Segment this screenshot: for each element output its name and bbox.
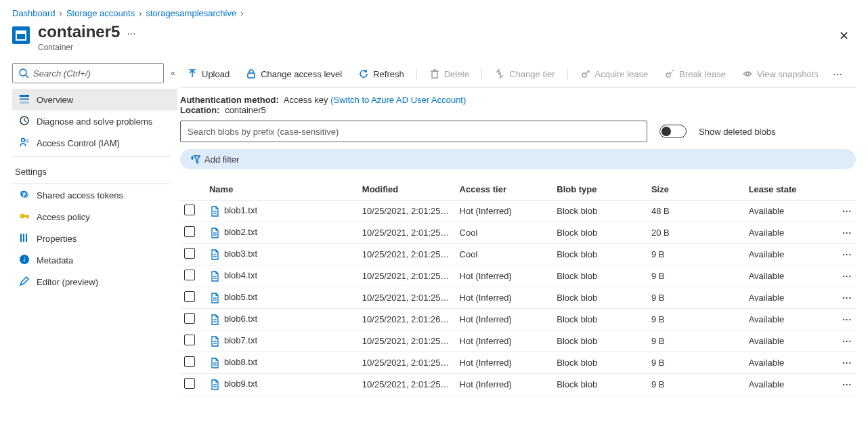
row-checkbox[interactable] [184,248,195,259]
upload-button[interactable]: Upload [180,66,236,82]
svg-rect-12 [23,234,24,242]
sidebar-item-access-policy[interactable]: Access policy [12,206,177,228]
file-icon [209,249,220,260]
row-checkbox[interactable] [184,205,195,215]
row-checkbox[interactable] [184,335,195,345]
toolbar-more-icon[interactable]: ··· [828,66,848,82]
row-more-icon[interactable]: ··· [828,287,856,309]
show-deleted-toggle[interactable] [659,125,687,138]
breadcrumb-storage-accounts[interactable]: Storage accounts [66,8,135,18]
row-more-icon[interactable]: ··· [828,244,856,265]
breadcrumb-dashboard[interactable]: Dashboard [12,8,56,18]
lock-icon [246,68,257,79]
blob-access-tier: Hot (Inferred) [456,265,553,287]
page-title: container5 [38,22,120,41]
sidebar-item-shared-access-tokens[interactable]: Shared access tokens [12,184,177,206]
main-content: Upload Change access level Refresh Delet… [177,63,868,426]
blob-modified: 10/25/2021, 2:01:25 … [358,374,456,396]
svg-line-26 [670,72,672,74]
page-subtitle: Container [38,43,120,52]
table-row[interactable]: blob7.txt10/25/2021, 2:01:25 …Hot (Infer… [180,331,856,352]
switch-auth-link[interactable]: (Switch to Azure AD User Account) [330,95,466,105]
svg-rect-2 [20,95,29,97]
iam-icon [19,137,30,150]
table-row[interactable]: blob2.txt10/25/2021, 2:01:25 …CoolBlock … [180,222,856,244]
row-more-icon[interactable]: ··· [828,265,856,287]
sidebar-item-editor-preview-[interactable]: Editor (preview) [12,271,177,293]
col-blob-type[interactable]: Blob type [552,179,647,200]
table-row[interactable]: blob5.txt10/25/2021, 2:01:25 …Hot (Infer… [180,287,856,309]
row-more-icon[interactable]: ··· [828,352,856,374]
row-more-icon[interactable]: ··· [828,331,856,352]
title-more-icon[interactable]: ··· [127,22,135,40]
table-row[interactable]: blob1.txt10/25/2021, 2:01:25 …Hot (Infer… [180,200,856,222]
row-checkbox[interactable] [184,313,195,324]
view-snapshots-icon [742,68,753,79]
blob-name: blob3.txt [224,249,257,259]
refresh-button[interactable]: Refresh [351,66,411,82]
row-more-icon[interactable]: ··· [828,374,856,396]
sidebar-item-access-control-iam-[interactable]: Access Control (IAM) [12,132,177,154]
table-row[interactable]: blob3.txt10/25/2021, 2:01:25 …CoolBlock … [180,244,856,265]
blob-type: Block blob [552,265,647,287]
svg-rect-19 [432,71,437,78]
row-more-icon[interactable]: ··· [828,200,856,222]
svg-point-7 [26,140,28,142]
editor-icon [19,276,30,289]
row-checkbox[interactable] [184,270,195,280]
row-more-icon[interactable]: ··· [828,309,856,331]
blob-access-tier: Hot (Inferred) [456,374,553,396]
blob-prefix-search-input[interactable]: Search blobs by prefix (case-sensitive) [180,121,647,142]
chevron-right-icon: › [240,8,243,18]
row-checkbox[interactable] [184,291,195,302]
chevron-right-icon: › [139,8,142,18]
svg-rect-18 [248,73,255,78]
row-checkbox[interactable] [184,356,195,367]
blob-name: blob5.txt [224,292,257,302]
col-lease-state[interactable]: Lease state [745,179,828,200]
close-icon[interactable]: ✕ [836,28,852,44]
col-access-tier[interactable]: Access tier [456,179,553,200]
blob-type: Block blob [552,352,647,374]
file-icon [209,379,220,390]
blob-name: blob8.txt [224,357,257,367]
col-modified[interactable]: Modified [358,179,456,200]
sidebar-item-properties[interactable]: Properties [12,228,177,249]
file-icon [209,336,220,347]
blob-name: blob2.txt [224,227,257,237]
sidebar-item-overview[interactable]: Overview [12,89,177,110]
table-row[interactable]: blob6.txt10/25/2021, 2:01:26 …Hot (Infer… [180,309,856,331]
sidebar-item-label: Access policy [37,212,90,222]
breadcrumb-storage-account[interactable]: storagesamplesarchive [146,8,236,18]
table-row[interactable]: blob4.txt10/25/2021, 2:01:25 …Hot (Infer… [180,265,856,287]
table-row[interactable]: blob8.txt10/25/2021, 2:01:25 …Hot (Infer… [180,352,856,374]
table-row[interactable]: blob9.txt10/25/2021, 2:01:25 …Hot (Infer… [180,374,856,396]
add-filter-icon [190,154,200,165]
change-access-level-button[interactable]: Change access level [239,66,349,82]
blob-lease-state: Available [745,331,828,352]
file-icon [209,314,220,325]
col-name[interactable]: Name [205,179,358,200]
blob-lease-state: Available [745,222,828,244]
sidebar-item-label: Diagnose and solve problems [37,116,152,127]
row-more-icon[interactable]: ··· [828,222,856,244]
row-checkbox[interactable] [184,226,195,237]
row-checkbox[interactable] [184,378,195,389]
blob-modified: 10/25/2021, 2:01:25 … [358,331,456,352]
add-filter-button[interactable]: Add filter [180,149,856,169]
blob-size: 9 B [647,352,745,374]
blob-modified: 10/25/2021, 2:01:25 … [358,200,456,222]
col-size[interactable]: Size [647,179,745,200]
sidebar-item-diagnose-and-solve-problems[interactable]: Diagnose and solve problems [12,110,177,132]
sidebar-item-label: Shared access tokens [37,190,123,200]
sidebar-item-metadata[interactable]: iMetadata [12,249,177,271]
collapse-sidebar-icon[interactable]: « [171,68,173,78]
blob-lease-state: Available [745,309,828,331]
svg-rect-13 [26,234,27,242]
blob-type: Block blob [552,374,647,396]
svg-rect-4 [20,102,29,104]
blob-size: 48 B [647,200,745,222]
sidebar-section-settings: Settings [12,157,177,181]
sidebar-search-input[interactable]: Search (Ctrl+/) [12,63,164,83]
blob-access-tier: Hot (Inferred) [456,352,553,374]
